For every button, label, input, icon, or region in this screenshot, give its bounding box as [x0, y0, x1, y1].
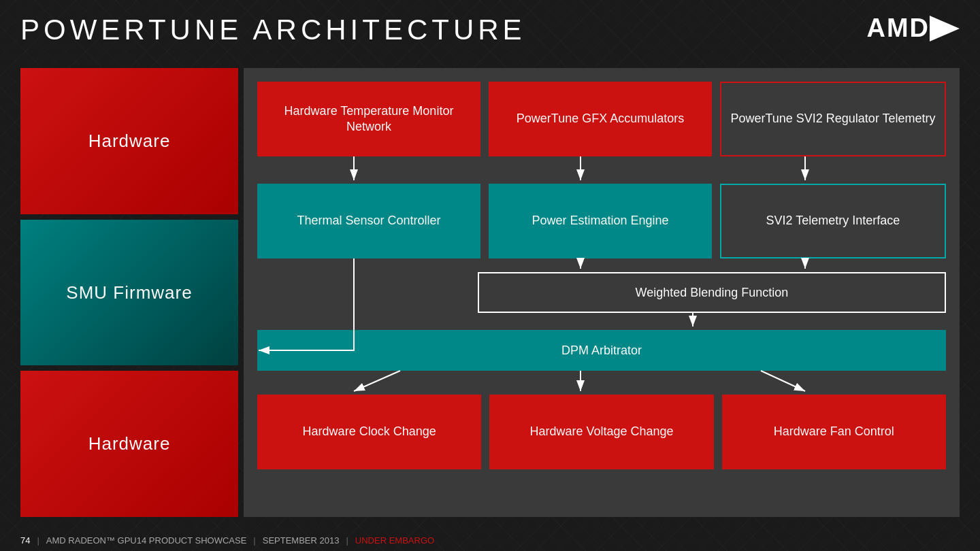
- svg-line-10: [761, 371, 805, 391]
- weighted-blending-box: Weighted Blending Function: [478, 272, 946, 313]
- dpm-row: DPM Arbitrator: [257, 330, 946, 371]
- mid-row: Thermal Sensor Controller Power Estimati…: [257, 184, 946, 258]
- bot-row: Hardware Clock Change Hardware Voltage C…: [257, 395, 946, 469]
- amd-text: AMD: [866, 14, 930, 43]
- svi2-telemetry-box: SVI2 Telemetry Interface: [720, 184, 946, 258]
- smu-firmware-box: SMU Firmware: [20, 220, 238, 366]
- embargo-label: UNDER EMBARGO: [355, 535, 434, 546]
- footer: 74 | AMD RADEON™ GPU14 PRODUCT SHOWCASE …: [20, 535, 960, 546]
- thermal-sensor-box: Thermal Sensor Controller: [257, 184, 480, 258]
- dpm-arbitrator-box: DPM Arbitrator: [257, 330, 946, 371]
- header: POWERTUNE ARCHITECTURE AMD: [20, 14, 960, 46]
- amd-logo-icon: [930, 16, 960, 41]
- hardware-box-bottom: Hardware: [20, 371, 238, 517]
- powertune-gfx-box: PowerTune GFX Accumulators: [489, 82, 712, 156]
- hw-temp-monitor-box: Hardware Temperature Monitor Network: [257, 82, 480, 156]
- top-row: Hardware Temperature Monitor Network Pow…: [257, 82, 946, 156]
- amd-logo: AMD: [866, 14, 960, 43]
- hw-clock-change-box: Hardware Clock Change: [257, 395, 481, 469]
- hw-fan-control-box: Hardware Fan Control: [722, 395, 946, 469]
- svg-line-8: [354, 371, 400, 391]
- left-column: Hardware SMU Firmware Hardware: [20, 68, 238, 517]
- page-number: 74: [20, 535, 30, 546]
- hw-voltage-change-box: Hardware Voltage Change: [489, 395, 713, 469]
- blend-row: Weighted Blending Function: [257, 272, 946, 313]
- powertune-svi2-box: PowerTune SVI2 Regulator Telemetry: [720, 82, 946, 156]
- svg-marker-0: [930, 16, 960, 41]
- page-title: POWERTUNE ARCHITECTURE: [20, 14, 526, 46]
- power-estimation-box: Power Estimation Engine: [489, 184, 712, 258]
- footer-text2: SEPTEMBER 2013: [263, 535, 340, 546]
- right-column: Hardware Temperature Monitor Network Pow…: [244, 68, 960, 517]
- hardware-box-top: Hardware: [20, 68, 238, 214]
- footer-text1: AMD RADEON™ GPU14 PRODUCT SHOWCASE: [46, 535, 246, 546]
- diagram: Hardware SMU Firmware Hardware Hardware …: [20, 68, 960, 517]
